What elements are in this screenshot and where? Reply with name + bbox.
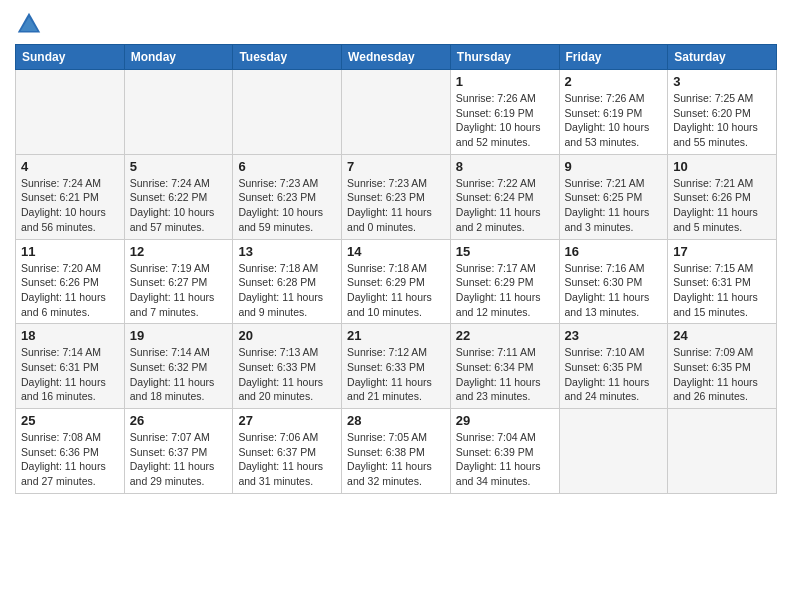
calendar-cell: 22Sunrise: 7:11 AMSunset: 6:34 PMDayligh…: [450, 324, 559, 409]
day-info: Sunrise: 7:24 AMSunset: 6:22 PMDaylight:…: [130, 176, 228, 235]
day-info: Sunrise: 7:14 AMSunset: 6:32 PMDaylight:…: [130, 345, 228, 404]
calendar-cell: 24Sunrise: 7:09 AMSunset: 6:35 PMDayligh…: [668, 324, 777, 409]
calendar-cell: 16Sunrise: 7:16 AMSunset: 6:30 PMDayligh…: [559, 239, 668, 324]
day-info: Sunrise: 7:04 AMSunset: 6:39 PMDaylight:…: [456, 430, 554, 489]
calendar-week-row: 25Sunrise: 7:08 AMSunset: 6:36 PMDayligh…: [16, 409, 777, 494]
day-info: Sunrise: 7:23 AMSunset: 6:23 PMDaylight:…: [347, 176, 445, 235]
calendar-cell: 13Sunrise: 7:18 AMSunset: 6:28 PMDayligh…: [233, 239, 342, 324]
day-info: Sunrise: 7:17 AMSunset: 6:29 PMDaylight:…: [456, 261, 554, 320]
day-number: 26: [130, 413, 228, 428]
day-info: Sunrise: 7:18 AMSunset: 6:28 PMDaylight:…: [238, 261, 336, 320]
day-number: 4: [21, 159, 119, 174]
calendar-cell: 28Sunrise: 7:05 AMSunset: 6:38 PMDayligh…: [342, 409, 451, 494]
calendar-cell: [124, 70, 233, 155]
day-number: 24: [673, 328, 771, 343]
calendar-cell: [342, 70, 451, 155]
calendar-cell: 15Sunrise: 7:17 AMSunset: 6:29 PMDayligh…: [450, 239, 559, 324]
day-number: 8: [456, 159, 554, 174]
weekday-header-sunday: Sunday: [16, 45, 125, 70]
calendar-cell: 21Sunrise: 7:12 AMSunset: 6:33 PMDayligh…: [342, 324, 451, 409]
day-number: 12: [130, 244, 228, 259]
day-info: Sunrise: 7:07 AMSunset: 6:37 PMDaylight:…: [130, 430, 228, 489]
day-number: 16: [565, 244, 663, 259]
day-number: 15: [456, 244, 554, 259]
header: [15, 10, 777, 38]
day-info: Sunrise: 7:19 AMSunset: 6:27 PMDaylight:…: [130, 261, 228, 320]
calendar-cell: 3Sunrise: 7:25 AMSunset: 6:20 PMDaylight…: [668, 70, 777, 155]
day-info: Sunrise: 7:25 AMSunset: 6:20 PMDaylight:…: [673, 91, 771, 150]
calendar-week-row: 1Sunrise: 7:26 AMSunset: 6:19 PMDaylight…: [16, 70, 777, 155]
day-info: Sunrise: 7:09 AMSunset: 6:35 PMDaylight:…: [673, 345, 771, 404]
calendar-cell: 4Sunrise: 7:24 AMSunset: 6:21 PMDaylight…: [16, 154, 125, 239]
weekday-header-tuesday: Tuesday: [233, 45, 342, 70]
calendar-cell: 18Sunrise: 7:14 AMSunset: 6:31 PMDayligh…: [16, 324, 125, 409]
calendar-cell: 20Sunrise: 7:13 AMSunset: 6:33 PMDayligh…: [233, 324, 342, 409]
calendar-cell: 9Sunrise: 7:21 AMSunset: 6:25 PMDaylight…: [559, 154, 668, 239]
calendar-cell: [233, 70, 342, 155]
day-number: 27: [238, 413, 336, 428]
calendar-cell: 2Sunrise: 7:26 AMSunset: 6:19 PMDaylight…: [559, 70, 668, 155]
day-info: Sunrise: 7:12 AMSunset: 6:33 PMDaylight:…: [347, 345, 445, 404]
calendar-cell: 14Sunrise: 7:18 AMSunset: 6:29 PMDayligh…: [342, 239, 451, 324]
day-number: 20: [238, 328, 336, 343]
day-number: 7: [347, 159, 445, 174]
day-info: Sunrise: 7:16 AMSunset: 6:30 PMDaylight:…: [565, 261, 663, 320]
day-info: Sunrise: 7:05 AMSunset: 6:38 PMDaylight:…: [347, 430, 445, 489]
day-info: Sunrise: 7:10 AMSunset: 6:35 PMDaylight:…: [565, 345, 663, 404]
logo-icon: [15, 10, 43, 38]
calendar-cell: 26Sunrise: 7:07 AMSunset: 6:37 PMDayligh…: [124, 409, 233, 494]
calendar-cell: [668, 409, 777, 494]
day-number: 13: [238, 244, 336, 259]
day-number: 17: [673, 244, 771, 259]
day-number: 14: [347, 244, 445, 259]
calendar-cell: 23Sunrise: 7:10 AMSunset: 6:35 PMDayligh…: [559, 324, 668, 409]
calendar-week-row: 4Sunrise: 7:24 AMSunset: 6:21 PMDaylight…: [16, 154, 777, 239]
weekday-header-friday: Friday: [559, 45, 668, 70]
day-number: 2: [565, 74, 663, 89]
calendar-cell: 27Sunrise: 7:06 AMSunset: 6:37 PMDayligh…: [233, 409, 342, 494]
day-info: Sunrise: 7:20 AMSunset: 6:26 PMDaylight:…: [21, 261, 119, 320]
calendar-cell: 6Sunrise: 7:23 AMSunset: 6:23 PMDaylight…: [233, 154, 342, 239]
day-info: Sunrise: 7:14 AMSunset: 6:31 PMDaylight:…: [21, 345, 119, 404]
calendar-table: SundayMondayTuesdayWednesdayThursdayFrid…: [15, 44, 777, 494]
calendar-cell: [559, 409, 668, 494]
day-info: Sunrise: 7:23 AMSunset: 6:23 PMDaylight:…: [238, 176, 336, 235]
day-number: 18: [21, 328, 119, 343]
weekday-header-monday: Monday: [124, 45, 233, 70]
day-number: 11: [21, 244, 119, 259]
calendar-cell: 7Sunrise: 7:23 AMSunset: 6:23 PMDaylight…: [342, 154, 451, 239]
calendar-cell: 19Sunrise: 7:14 AMSunset: 6:32 PMDayligh…: [124, 324, 233, 409]
calendar-cell: 25Sunrise: 7:08 AMSunset: 6:36 PMDayligh…: [16, 409, 125, 494]
weekday-header-thursday: Thursday: [450, 45, 559, 70]
weekday-header-saturday: Saturday: [668, 45, 777, 70]
calendar-cell: 12Sunrise: 7:19 AMSunset: 6:27 PMDayligh…: [124, 239, 233, 324]
day-number: 3: [673, 74, 771, 89]
weekday-header-row: SundayMondayTuesdayWednesdayThursdayFrid…: [16, 45, 777, 70]
day-info: Sunrise: 7:21 AMSunset: 6:26 PMDaylight:…: [673, 176, 771, 235]
weekday-header-wednesday: Wednesday: [342, 45, 451, 70]
calendar-cell: 10Sunrise: 7:21 AMSunset: 6:26 PMDayligh…: [668, 154, 777, 239]
calendar-cell: 5Sunrise: 7:24 AMSunset: 6:22 PMDaylight…: [124, 154, 233, 239]
day-info: Sunrise: 7:15 AMSunset: 6:31 PMDaylight:…: [673, 261, 771, 320]
page-container: SundayMondayTuesdayWednesdayThursdayFrid…: [0, 0, 792, 504]
calendar-week-row: 18Sunrise: 7:14 AMSunset: 6:31 PMDayligh…: [16, 324, 777, 409]
day-number: 25: [21, 413, 119, 428]
day-number: 22: [456, 328, 554, 343]
day-info: Sunrise: 7:22 AMSunset: 6:24 PMDaylight:…: [456, 176, 554, 235]
calendar-cell: 17Sunrise: 7:15 AMSunset: 6:31 PMDayligh…: [668, 239, 777, 324]
calendar-cell: 8Sunrise: 7:22 AMSunset: 6:24 PMDaylight…: [450, 154, 559, 239]
day-info: Sunrise: 7:18 AMSunset: 6:29 PMDaylight:…: [347, 261, 445, 320]
day-number: 6: [238, 159, 336, 174]
day-number: 23: [565, 328, 663, 343]
day-info: Sunrise: 7:06 AMSunset: 6:37 PMDaylight:…: [238, 430, 336, 489]
day-number: 19: [130, 328, 228, 343]
day-info: Sunrise: 7:13 AMSunset: 6:33 PMDaylight:…: [238, 345, 336, 404]
calendar-cell: 29Sunrise: 7:04 AMSunset: 6:39 PMDayligh…: [450, 409, 559, 494]
day-info: Sunrise: 7:08 AMSunset: 6:36 PMDaylight:…: [21, 430, 119, 489]
calendar-cell: 1Sunrise: 7:26 AMSunset: 6:19 PMDaylight…: [450, 70, 559, 155]
day-number: 21: [347, 328, 445, 343]
day-info: Sunrise: 7:26 AMSunset: 6:19 PMDaylight:…: [456, 91, 554, 150]
day-info: Sunrise: 7:21 AMSunset: 6:25 PMDaylight:…: [565, 176, 663, 235]
day-number: 1: [456, 74, 554, 89]
calendar-week-row: 11Sunrise: 7:20 AMSunset: 6:26 PMDayligh…: [16, 239, 777, 324]
